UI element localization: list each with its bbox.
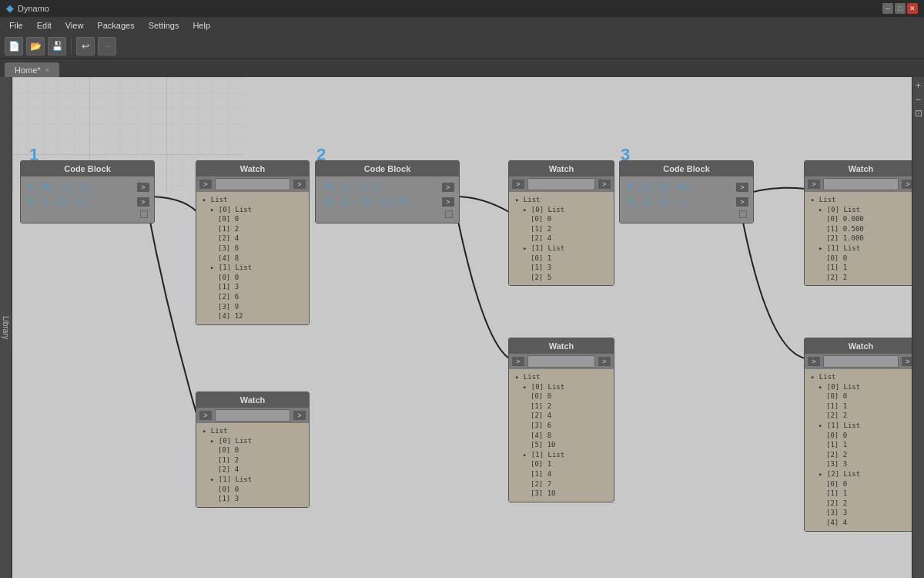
watch-1-out-line1: ▸ [0] List — [203, 205, 303, 215]
library-panel[interactable]: Library — [0, 77, 12, 578]
watch-2-header[interactable]: Watch — [196, 392, 309, 408]
code-block-3-checkbox[interactable] — [739, 210, 747, 218]
watch-1-header[interactable]: Watch — [196, 161, 309, 176]
watch-6-header[interactable]: Watch — [805, 338, 912, 354]
code-block-2-checkbox[interactable] — [445, 210, 453, 218]
watch-3-in[interactable]: > — [512, 180, 524, 189]
code-block-2-row1: (0..1)..5..2; > — [320, 180, 454, 194]
watch-4-node: Watch > > ▸ List ▸ [0] List [0] 0 [1] 2 … — [508, 338, 614, 502]
menubar: File Edit View Packages Settings Help — [0, 17, 924, 34]
watch-4-in[interactable]: > — [512, 357, 524, 366]
watch-1-out-line0: ▸ List — [203, 195, 303, 205]
tab-close-button[interactable]: × — [45, 66, 49, 74]
watch-1-ports: > > — [196, 176, 309, 192]
code-block-2-out1[interactable]: > — [442, 183, 454, 192]
watch-6-output: ▸ List ▸ [0] List [0] 0 [1] 1 [2] 2 ▸ [1… — [805, 369, 912, 531]
code-block-2-body: (0..1)..5..2; > (0..1)..10..(2..3); > — [316, 176, 459, 223]
watch-3-header[interactable]: Watch — [509, 161, 614, 176]
titlebar: ◆ Dynamo ─ □ ✕ — [0, 0, 924, 17]
watch-3-node: Watch > > ▸ List ▸ [0] List [0] 0 [1] 2 … — [508, 160, 614, 286]
redo-button[interactable]: ↪ — [98, 37, 116, 55]
save-button[interactable]: 💾 — [48, 37, 66, 55]
code-block-1-row2: 0..5..(2..3); > — [25, 194, 149, 209]
watch-1-out-line7: ▸ [1] List — [203, 263, 303, 273]
watch-4-ports: > > — [509, 354, 614, 369]
menu-packages[interactable]: Packages — [91, 19, 140, 32]
code-block-3-header[interactable]: Code Block — [620, 161, 753, 176]
watch-1-out-line6: [4] 8 — [203, 254, 303, 264]
watch-6-input — [823, 355, 899, 368]
watch-2-input — [215, 409, 290, 422]
main-area: Library — [0, 77, 924, 578]
code-block-2-line1: (0..1)..5..2; — [320, 181, 442, 193]
watch-3-out[interactable]: > — [598, 180, 611, 189]
code-block-3-body: 0..(1..2)..#3; > 0..(2..4)..1; > — [620, 176, 753, 223]
code-block-1-checkbox[interactable] — [140, 210, 148, 218]
watch-2-ports: > > — [196, 408, 309, 423]
watch-4-input — [527, 355, 595, 368]
code-block-2-out2[interactable]: > — [442, 197, 454, 207]
watch-1-out-line4: [2] 4 — [203, 234, 303, 244]
watch-5-header[interactable]: Watch — [805, 161, 912, 176]
code-block-1-out2[interactable]: > — [137, 197, 149, 207]
code-block-2-line2: (0..1)..10..(2..3); — [320, 196, 442, 207]
maximize-button[interactable]: □ — [895, 3, 906, 14]
toolbar: 📄 📂 💾 ↩ ↪ — [0, 34, 924, 59]
watch-5-node: Watch > > ▸ List ▸ [0] List [0] 0.000 [1… — [804, 160, 912, 286]
watch-2-out[interactable]: > — [293, 411, 306, 420]
toolbar-separator — [71, 39, 72, 54]
watch-3-input — [527, 178, 595, 190]
watch-1-out-line3: [1] 2 — [203, 224, 303, 234]
open-button[interactable]: 📂 — [26, 37, 45, 55]
watch-1-out[interactable]: > — [293, 180, 306, 189]
menu-file[interactable]: File — [3, 19, 29, 32]
watch-6-out[interactable]: > — [902, 357, 912, 366]
watch-1-node: Watch > > ▸ List ▸ [0] List [0] 0 [1] 2 … — [196, 160, 310, 325]
app-logo: ◆ — [6, 3, 13, 14]
watch-4-header[interactable]: Watch — [509, 338, 614, 354]
watch-2-output: ▸ List ▸ [0] List [0] 0 [1] 2 [2] 4 ▸ [1… — [196, 423, 309, 507]
minimize-button[interactable]: ─ — [882, 3, 893, 14]
menu-view[interactable]: View — [59, 19, 90, 32]
menu-help[interactable]: Help — [186, 19, 216, 32]
code-block-3-out2[interactable]: > — [736, 197, 748, 207]
watch-6-node: Watch > > ▸ List ▸ [0] List [0] 0 [1] 1 … — [804, 338, 912, 532]
watch-2-in[interactable]: > — [199, 411, 212, 420]
tab-home[interactable]: Home* × — [5, 62, 59, 77]
watch-5-out[interactable]: > — [902, 180, 912, 189]
canvas[interactable]: 1 2 3 Code Block 0..#5..(2..3); > 0..5..… — [12, 77, 912, 578]
code-block-1-node: Code Block 0..#5..(2..3); > 0..5..(2..3)… — [20, 160, 155, 223]
zoom-in-button[interactable]: + — [913, 80, 924, 91]
watch-1-out-line8: [0] 0 — [203, 273, 303, 283]
fit-view-button[interactable]: ⊡ — [913, 108, 924, 119]
code-block-1-body: 0..#5..(2..3); > 0..5..(2..3); > — [21, 176, 154, 223]
code-block-3-row2: 0..(2..4)..1; > — [624, 194, 748, 209]
code-block-1-header[interactable]: Code Block — [21, 161, 154, 176]
menu-edit[interactable]: Edit — [31, 19, 58, 32]
watch-5-input — [823, 178, 899, 190]
undo-button[interactable]: ↩ — [76, 37, 95, 55]
code-block-1-line2: 0..5..(2..3); — [25, 196, 137, 207]
library-label: Library — [2, 316, 10, 340]
watch-6-ports: > > — [805, 354, 912, 369]
code-block-2-header[interactable]: Code Block — [316, 161, 459, 176]
watch-4-out[interactable]: > — [598, 357, 611, 366]
zoom-out-button[interactable]: − — [913, 94, 924, 105]
watch-5-in[interactable]: > — [808, 180, 820, 189]
code-block-2-row2: (0..1)..10..(2..3); > — [320, 194, 454, 209]
close-button[interactable]: ✕ — [907, 3, 918, 14]
code-block-3-line1: 0..(1..2)..#3; — [624, 181, 736, 193]
watch-3-output: ▸ List ▸ [0] List [0] 0 [1] 2 [2] 4 ▸ [1… — [509, 192, 614, 285]
watch-6-in[interactable]: > — [808, 357, 820, 366]
watch-1-out-line10: [2] 6 — [203, 292, 303, 302]
watch-1-out-line11: [3] 9 — [203, 302, 303, 312]
code-block-1-out1[interactable]: > — [137, 183, 149, 192]
app-title: Dynamo — [18, 4, 49, 13]
tab-label: Home* — [15, 66, 41, 75]
menu-settings[interactable]: Settings — [142, 19, 186, 32]
watch-1-out-line5: [3] 6 — [203, 244, 303, 254]
watch-1-in[interactable]: > — [199, 180, 212, 189]
new-button[interactable]: 📄 — [5, 37, 23, 55]
code-block-3-out1[interactable]: > — [736, 183, 748, 192]
code-block-3-node: Code Block 0..(1..2)..#3; > 0..(2..4)..1… — [619, 160, 754, 223]
